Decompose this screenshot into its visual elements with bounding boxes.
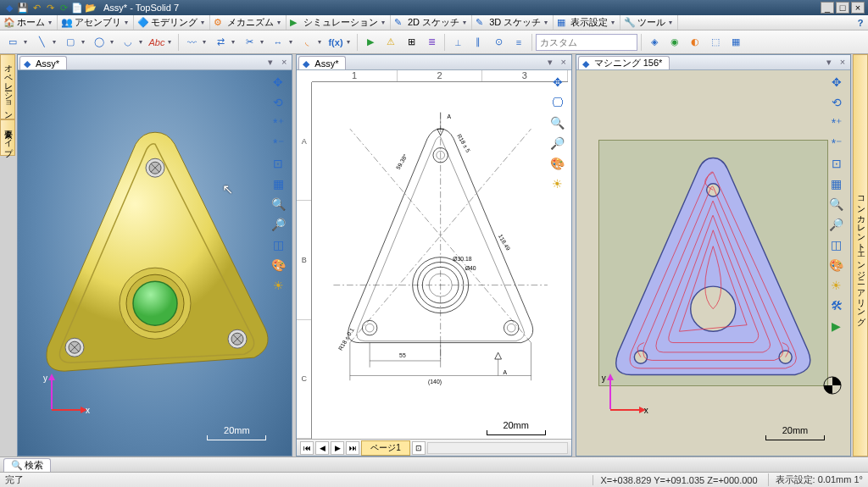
tab-menu-icon[interactable]: ▾	[823, 57, 835, 69]
last-page-button[interactable]: ⏭	[346, 441, 359, 455]
menu-display[interactable]: ▦表示設定▾	[554, 15, 620, 30]
menu-mechanism[interactable]: ⚙メカニズム▾	[210, 15, 287, 30]
constraint3-icon[interactable]: ⊙	[489, 33, 508, 52]
iso-view-icon[interactable]: ◫	[828, 236, 845, 253]
iso-view-icon[interactable]: ◫	[270, 236, 287, 253]
viewport-cam[interactable]: xy 20mm ✥ ⟲ *⁺ *⁻ ⊡ ▦ 🔍 🔎 ◫ 🎨 ☀	[576, 70, 850, 456]
svg-point-2	[133, 281, 177, 325]
move-icon[interactable]: ✥	[549, 74, 566, 91]
play-icon[interactable]: ▶	[361, 33, 380, 52]
minimize-button[interactable]: _	[821, 2, 834, 14]
menu-3d-sketch[interactable]: ✎3D スケッチ▾	[472, 15, 554, 30]
next-page-button[interactable]: ▶	[331, 441, 344, 455]
tab-close-icon[interactable]: ×	[558, 57, 570, 69]
zoom-window-icon[interactable]: 🔎	[270, 216, 287, 233]
sun-icon[interactable]: ☀	[549, 175, 566, 192]
viewport-3d[interactable]: ↖ xy 20mm ✥ ⟲ *⁺ *⁻ ⊡ ▦ 🔍	[18, 70, 292, 456]
view3-icon[interactable]: ◐	[686, 33, 704, 52]
maximize-button[interactable]: □	[836, 2, 849, 14]
doc-tab-assy-3d[interactable]: ◆Assy*	[19, 56, 67, 69]
first-page-button[interactable]: ⏮	[300, 441, 314, 455]
zoom-in-icon[interactable]: *⁺	[270, 114, 287, 131]
zoom-out-icon[interactable]: *⁻	[828, 135, 845, 152]
zoom-window-icon[interactable]: 🔎	[549, 135, 566, 152]
rotate-icon[interactable]: ⟲	[270, 94, 287, 111]
vtab-element-types[interactable]: 要素タイプ	[0, 119, 15, 156]
zoom-fit-button[interactable]: ⊡	[412, 441, 426, 455]
display-mode-icon[interactable]: ▦	[270, 175, 287, 192]
text-tool-icon[interactable]: Abc	[147, 33, 166, 52]
view1-icon[interactable]: ◈	[645, 33, 664, 52]
save-icon[interactable]: 💾	[17, 2, 29, 14]
select-tool-icon[interactable]: ▭	[3, 33, 22, 52]
line-tool-icon[interactable]: ╲	[32, 33, 51, 52]
extend-tool-icon[interactable]: ↔	[269, 33, 287, 52]
page-tab[interactable]: ページ1	[361, 440, 410, 456]
tab-close-icon[interactable]: ×	[837, 57, 849, 69]
fit-icon[interactable]: ⊡	[828, 155, 845, 172]
undo-icon[interactable]: ↶	[31, 2, 42, 14]
grid-icon[interactable]: ⊞	[402, 33, 420, 52]
hscrollbar[interactable]	[427, 442, 568, 454]
help-button[interactable]: ?	[853, 15, 868, 30]
doc-tab-assy-drw[interactable]: ◆Assy*	[298, 56, 346, 69]
layer-icon[interactable]: ≣	[422, 33, 441, 52]
palette-icon[interactable]: 🎨	[828, 257, 845, 274]
view2-icon[interactable]: ◉	[665, 33, 684, 52]
trim-tool-icon[interactable]: ✂	[240, 33, 259, 52]
menu-home[interactable]: 🏠ホーム▾	[0, 15, 58, 30]
constraint1-icon[interactable]: ⟂	[448, 33, 467, 52]
zoom-in-icon[interactable]: *⁺	[828, 114, 845, 131]
view4-icon[interactable]: ⬚	[706, 33, 725, 52]
view5-icon[interactable]: ▦	[726, 33, 745, 52]
curve-tool-icon[interactable]: 〰	[182, 33, 201, 52]
simulate-icon[interactable]: ▶	[828, 318, 845, 335]
menu-modeling[interactable]: 🔷モデリング▾	[134, 15, 210, 30]
constraint2-icon[interactable]: ∥	[469, 33, 487, 52]
fillet-tool-icon[interactable]: ◟	[298, 33, 316, 52]
refresh-icon[interactable]: ⟳	[58, 2, 70, 14]
redo-icon[interactable]: ↷	[44, 2, 56, 14]
move-icon[interactable]: ✥	[828, 74, 845, 91]
menu-assembly[interactable]: 👥アセンブリ▾	[58, 15, 134, 30]
magnify-icon[interactable]: 🔍	[270, 196, 287, 213]
magnify-icon[interactable]: 🔍	[828, 196, 845, 213]
menu-2d-sketch[interactable]: ✎2D スケッチ▾	[391, 15, 472, 30]
menu-simulation[interactable]: ▶シミュレーション▾	[287, 15, 391, 30]
constraint4-icon[interactable]: ≡	[509, 33, 528, 52]
display-mode-icon[interactable]: ▦	[828, 175, 845, 192]
close-button[interactable]: ×	[851, 2, 865, 14]
tool-icon[interactable]: 🛠	[828, 297, 845, 314]
viewport-drawing[interactable]: 123 ABC	[297, 70, 570, 456]
fx-tool-icon[interactable]: f(x)	[326, 33, 345, 52]
open-icon[interactable]: 📂	[85, 2, 97, 14]
tab-close-icon[interactable]: ×	[278, 57, 290, 69]
warn-icon[interactable]: ⚠	[381, 33, 400, 52]
bottom-tab-search[interactable]: 🔍検索	[3, 458, 51, 472]
palette-icon[interactable]: 🎨	[270, 257, 287, 274]
doc-tab-machining[interactable]: ◆マシニング 156*	[578, 56, 670, 69]
svg-point-21	[363, 320, 377, 335]
fit-icon[interactable]: ⊡	[270, 155, 287, 172]
arc-tool-icon[interactable]: ◡	[119, 33, 137, 52]
zoom-out-icon[interactable]: *⁻	[270, 135, 287, 152]
prev-page-button[interactable]: ◀	[315, 441, 329, 455]
screen-icon[interactable]: 🖵	[549, 94, 566, 111]
palette-icon[interactable]: 🎨	[549, 155, 566, 172]
vtab-concurrent-eng[interactable]: コンカレントエンジニアリング	[853, 54, 868, 457]
offset-tool-icon[interactable]: ⇄	[211, 33, 230, 52]
rotate-icon[interactable]: ⟲	[828, 94, 845, 111]
circle-tool-icon[interactable]: ◯	[90, 33, 108, 52]
doc-icon[interactable]: 📄	[71, 2, 83, 14]
custom-search-input[interactable]	[536, 34, 637, 51]
tab-menu-icon[interactable]: ▾	[544, 57, 556, 69]
menu-tools[interactable]: 🔧ツール▾	[620, 15, 678, 30]
magnify-icon[interactable]: 🔍	[549, 114, 566, 131]
sun-icon[interactable]: ☀	[828, 277, 845, 294]
vtab-operations[interactable]: オペレーション	[0, 54, 15, 119]
tab-menu-icon[interactable]: ▾	[264, 57, 276, 69]
zoom-window-icon[interactable]: 🔎	[828, 216, 845, 233]
move-icon[interactable]: ✥	[270, 74, 287, 91]
rect-tool-icon[interactable]: ▢	[61, 33, 80, 52]
sun-icon[interactable]: ☀	[270, 277, 287, 294]
